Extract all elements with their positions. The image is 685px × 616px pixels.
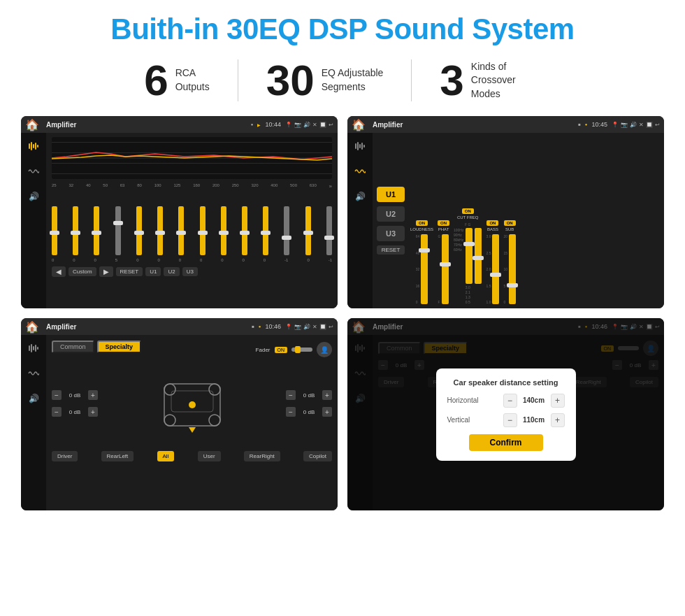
mixer-reset-btn[interactable]: RESET: [377, 245, 405, 255]
vol-plus-btn-1[interactable]: +: [88, 390, 98, 400]
mixer-sidebar-speaker-icon[interactable]: 🔊: [352, 189, 368, 204]
cutfreq-on-btn[interactable]: ON: [462, 208, 474, 214]
back-icon[interactable]: ↩: [329, 122, 333, 128]
speaker-distance-dialog: Car speaker distance setting Horizontal …: [436, 368, 576, 461]
eq-sidebar-speaker-icon[interactable]: 🔊: [26, 189, 41, 204]
mixer-location-icon: 📍: [612, 122, 619, 128]
eq-slider-1[interactable]: [73, 206, 78, 255]
home-icon[interactable]: 🏠: [25, 118, 39, 131]
horizontal-minus-btn[interactable]: −: [503, 394, 517, 408]
cutfreq-track2[interactable]: [475, 228, 482, 284]
phat-track[interactable]: [442, 234, 449, 304]
mixer-screen-card: 🏠 Amplifier ■ ● 10:45 📍 📷 🔊 ✕ 🔲 ↩: [347, 116, 664, 308]
copilot-btn[interactable]: Copilot: [303, 451, 332, 461]
fader-label: Fader: [256, 347, 271, 353]
eq-slider-0[interactable]: [52, 206, 57, 255]
crossover-mode-icon: ■: [252, 324, 254, 329]
vol-plus-btn-3[interactable]: +: [322, 390, 332, 400]
svg-rect-12: [31, 344, 32, 352]
phat-on-btn[interactable]: ON: [438, 220, 449, 226]
eq-slider-8[interactable]: [221, 206, 226, 255]
window-icon[interactable]: 🔲: [319, 122, 326, 128]
u1-btn[interactable]: U1: [377, 187, 405, 202]
vol-plus-btn-2[interactable]: +: [88, 407, 98, 417]
crossover-window-icon[interactable]: 🔲: [319, 324, 326, 330]
mixer-back-icon[interactable]: ↩: [655, 122, 660, 128]
crossover-sidebar-wave-icon[interactable]: [26, 366, 41, 381]
mixer-home-icon[interactable]: 🏠: [352, 118, 366, 131]
mixer-window-icon[interactable]: 🔲: [646, 122, 653, 128]
mixer-sidebar-wave-icon[interactable]: [352, 164, 368, 179]
eq-slider-6[interactable]: [178, 206, 184, 255]
svg-rect-15: [37, 347, 38, 350]
crossover-topbar: 🏠 Amplifier ■ ● 10:46 📍 📷 🔊 ✕ 🔲 ↩: [21, 318, 338, 335]
all-btn[interactable]: All: [157, 451, 175, 461]
svg-rect-7: [357, 142, 359, 150]
eq-slider-7[interactable]: [200, 206, 206, 255]
eq-slider-2[interactable]: [94, 206, 99, 255]
driver-btn[interactable]: Driver: [52, 451, 78, 461]
fader-slider-track[interactable]: [291, 348, 312, 352]
eq-prev-btn[interactable]: ◀: [52, 266, 66, 277]
crossover-sidebar-speaker-icon[interactable]: 🔊: [26, 391, 41, 406]
crossover-home-icon[interactable]: 🏠: [25, 320, 39, 334]
mixer-sidebar-eq-icon[interactable]: [352, 138, 368, 154]
vol-minus-btn-2[interactable]: −: [52, 407, 62, 417]
eq-next-btn[interactable]: ▶: [99, 266, 113, 277]
eq-slider-10[interactable]: [263, 206, 268, 255]
specialty-tab[interactable]: Specialty: [97, 341, 142, 353]
eq-slider-4[interactable]: [136, 206, 142, 255]
u3-btn[interactable]: U3: [377, 226, 405, 241]
eq-custom-btn[interactable]: Custom: [68, 267, 96, 276]
eq-slider-13[interactable]: [326, 206, 332, 255]
fader-on-badge[interactable]: ON: [275, 347, 288, 353]
loudness-track[interactable]: [421, 234, 428, 304]
camera-icon: 📷: [294, 122, 301, 128]
vol-row-top-right: − 0 dB +: [286, 390, 332, 400]
horizontal-plus-btn[interactable]: +: [551, 394, 565, 408]
cutfreq-track1[interactable]: [466, 228, 473, 284]
eq-u2-btn[interactable]: U2: [164, 267, 179, 276]
crossover-screen-body: 🔊 Common Specialty Fader ON: [21, 335, 338, 510]
sub-on-btn[interactable]: ON: [504, 220, 516, 226]
vol-plus-btn-4[interactable]: +: [322, 407, 332, 417]
rearleft-btn[interactable]: RearLeft: [101, 451, 134, 461]
stats-row: 6 RCAOutputs 30 EQ AdjustableSegments 3 …: [21, 59, 664, 102]
mixer-close-icon[interactable]: ✕: [639, 122, 644, 128]
vertical-plus-btn[interactable]: +: [551, 413, 565, 427]
eq-sidebar-eq-icon[interactable]: [26, 138, 41, 154]
u2-btn[interactable]: U2: [377, 206, 405, 222]
common-tab[interactable]: Common: [52, 341, 94, 353]
eq-u1-btn[interactable]: U1: [145, 267, 161, 276]
crossover-close-icon[interactable]: ✕: [312, 324, 317, 330]
vol-minus-btn-3[interactable]: −: [286, 390, 296, 400]
eq-reset-btn[interactable]: RESET: [116, 267, 143, 276]
eq-main-content: 25 32 40 50 63 80 100 125 160 200 250 32…: [46, 133, 338, 308]
page-title: Buith-in 30EQ DSP Sound System: [21, 13, 664, 46]
vertical-minus-btn[interactable]: −: [503, 413, 517, 427]
bass-track[interactable]: [492, 234, 499, 304]
mixer-mode-icon: ■: [578, 122, 581, 127]
crossover-back-icon[interactable]: ↩: [329, 324, 333, 330]
eq-slider-11[interactable]: [284, 206, 289, 255]
profile-icon[interactable]: 👤: [317, 342, 332, 357]
bass-on-btn[interactable]: ON: [486, 220, 498, 226]
close-icon[interactable]: ✕: [312, 122, 317, 128]
vol-minus-btn-4[interactable]: −: [286, 407, 296, 417]
eq-u3-btn[interactable]: U3: [182, 267, 198, 276]
eq-slider-9[interactable]: [242, 206, 247, 255]
fader-slider-thumb: [295, 346, 301, 353]
loudness-on-btn[interactable]: ON: [416, 220, 428, 226]
eq-slider-5[interactable]: [157, 206, 163, 255]
phat-scale: G F: [438, 234, 441, 304]
rearright-btn[interactable]: RearRight: [244, 451, 280, 461]
eq-slider-12[interactable]: [305, 206, 311, 255]
vol-minus-btn-1[interactable]: −: [52, 390, 62, 400]
crossover-sidebar-eq-icon[interactable]: [26, 341, 41, 356]
eq-sidebar-wave-icon[interactable]: [26, 164, 41, 179]
sub-track[interactable]: [509, 234, 516, 304]
user-btn[interactable]: User: [198, 451, 221, 461]
eq-slider-3[interactable]: [115, 206, 121, 255]
crossover-volume-icon: 🔊: [303, 324, 310, 330]
confirm-button[interactable]: Confirm: [469, 434, 543, 451]
